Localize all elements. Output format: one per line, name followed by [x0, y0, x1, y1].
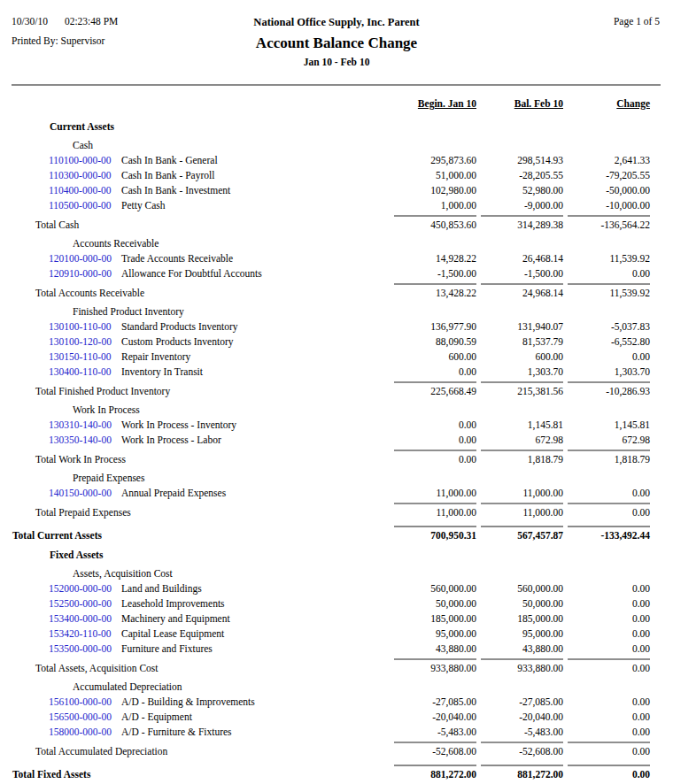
section-title-label: Fixed Assets [12, 548, 390, 563]
account-row: 156100-000-00A/D - Building & Improvemen… [12, 695, 650, 710]
group-total-label: Total Assets, Acquisition Cost [12, 661, 390, 676]
account-link[interactable]: 158000-000-00 [49, 725, 121, 740]
amount-cell: 0.00 [563, 642, 650, 657]
account-link[interactable]: 153420-110-00 [49, 626, 121, 642]
group-title: Assets, Acquisition Cost [12, 566, 650, 581]
amount-cell: 11,000.00 [481, 503, 563, 520]
account-label: 130100-120-00Custom Products Inventory [12, 334, 390, 350]
group-title-label: Prepaid Expenses [35, 471, 390, 486]
amount-cell: 0.00 [563, 486, 650, 501]
account-row: 156500-000-00A/D - Equipment-20,040.00-2… [12, 710, 650, 725]
amount-cell: 11,539.92 [563, 251, 650, 266]
amount-cell: 102,980.00 [390, 183, 476, 198]
amount-cell: 0.00 [563, 611, 650, 626]
account-description: A/D - Building & Improvements [121, 696, 255, 707]
group-title-label: Cash [35, 138, 390, 153]
group-title: Work In Process [12, 403, 650, 418]
account-row: 120100-000-00Trade Accounts Receivable14… [12, 251, 650, 266]
group-total-label: Total Accounts Receivable [12, 286, 390, 301]
amount-cell: 185,000.00 [390, 611, 476, 626]
amount-cell: 1,000.00 [390, 198, 476, 213]
amount-cell: 11,539.92 [568, 283, 650, 301]
account-link[interactable]: 130310-140-00 [49, 418, 121, 433]
amount-cell: 600.00 [476, 350, 563, 365]
account-link[interactable]: 156100-000-00 [49, 695, 121, 710]
amount-cell: 24,968.14 [481, 283, 563, 301]
amount-cell: 0.00 [563, 695, 650, 710]
account-description: Standard Products Inventory [121, 321, 238, 332]
account-link[interactable]: 110100-000-00 [49, 153, 121, 168]
amount-cell: -9,000.00 [476, 198, 563, 213]
amount-cell: 11,000.00 [476, 486, 563, 501]
amount-cell: 0.00 [568, 742, 650, 759]
amount-cell: -1,500.00 [390, 266, 476, 281]
amount-cell: -5,483.00 [390, 725, 476, 740]
column-header-begin: Begin. Jan 10 [390, 96, 476, 111]
amount-cell: 314,289.38 [481, 215, 563, 233]
account-label: 110400-000-00Cash In Bank - Investment [12, 183, 390, 198]
account-link[interactable]: 153400-000-00 [49, 611, 121, 626]
account-link[interactable]: 110500-000-00 [49, 198, 121, 213]
account-row: 110400-000-00Cash In Bank - Investment10… [12, 183, 650, 198]
account-link[interactable]: 130150-110-00 [49, 350, 121, 365]
amount-cell: 560,000.00 [390, 581, 476, 596]
account-row: 152500-000-00Leasehold Improvements50,00… [12, 596, 650, 611]
amount-cell: 0.00 [563, 581, 650, 596]
amount-cell: -52,608.00 [481, 742, 563, 759]
account-link[interactable]: 152500-000-00 [49, 596, 121, 611]
amount-cell: -5,037.83 [563, 319, 650, 334]
amount-cell: 13,428.22 [394, 283, 476, 301]
account-link[interactable]: 130100-120-00 [49, 334, 121, 350]
account-row: 110500-000-00Petty Cash1,000.00-9,000.00… [12, 198, 650, 213]
column-header-change: Change [563, 96, 650, 111]
account-row: 130400-110-00Inventory In Transit0.001,3… [12, 365, 650, 380]
account-row: 130350-140-00Work In Process - Labor0.00… [12, 433, 650, 448]
group-total-row: Total Work In Process0.001,818.791,818.7… [12, 450, 650, 467]
amount-cell: 95,000.00 [476, 626, 563, 642]
account-row: 110100-000-00Cash In Bank - General295,8… [12, 153, 650, 168]
account-link[interactable]: 110300-000-00 [49, 168, 121, 183]
group-total-row: Total Accounts Receivable13,428.2224,968… [12, 283, 650, 301]
account-link[interactable]: 110400-000-00 [49, 183, 121, 198]
account-link[interactable]: 120910-000-00 [49, 266, 121, 281]
account-label: 110300-000-00Cash In Bank - Payroll [12, 168, 390, 183]
account-row: 152000-000-00Land and Buildings560,000.0… [12, 581, 650, 596]
amount-cell: 131,940.07 [476, 319, 563, 334]
amount-cell: -50,000.00 [563, 183, 650, 198]
amount-cell: 700,950.31 [394, 526, 476, 543]
amount-cell: 43,880.00 [390, 642, 476, 657]
amount-cell: 52,980.00 [476, 183, 563, 198]
amount-cell: 933,880.00 [481, 658, 563, 676]
account-description: Allowance For Doubtful Accounts [121, 268, 262, 279]
group-total-row: Total Cash450,853.60314,289.38-136,564.2… [12, 215, 650, 233]
amount-cell: 298,514.93 [476, 153, 563, 168]
account-link[interactable]: 130350-140-00 [49, 433, 121, 448]
account-description: Machinery and Equipment [121, 613, 230, 624]
account-link[interactable]: 130400-110-00 [49, 365, 121, 380]
amount-cell: -133,492.44 [568, 526, 650, 543]
group-total-row: Total Assets, Acquisition Cost933,880.00… [12, 658, 650, 676]
account-link[interactable]: 156500-000-00 [49, 710, 121, 725]
section-title: Fixed Assets [12, 548, 650, 563]
amount-cell: 0.00 [568, 658, 650, 676]
amount-cell: 81,537.79 [476, 334, 563, 350]
amount-cell: 51,000.00 [390, 168, 476, 183]
amount-cell: -52,608.00 [394, 742, 476, 759]
section-title: Current Assets [12, 119, 650, 135]
amount-cell: 295,873.60 [390, 153, 476, 168]
account-link[interactable]: 153500-000-00 [49, 642, 121, 657]
group-title-label: Accumulated Depreciation [35, 680, 390, 695]
amount-cell: 0.00 [390, 418, 476, 433]
section-total-row: Total Current Assets700,950.31567,457.87… [12, 526, 650, 543]
amount-cell: 0.00 [390, 433, 476, 448]
account-label: 153400-000-00Machinery and Equipment [12, 611, 390, 626]
account-link[interactable]: 152000-000-00 [49, 581, 121, 596]
account-link[interactable]: 140150-000-00 [49, 486, 121, 501]
account-row: 130310-140-00Work In Process - Inventory… [12, 418, 650, 433]
account-link[interactable]: 120100-000-00 [49, 251, 121, 266]
amount-cell: 1,818.79 [481, 450, 563, 467]
page-number: Page 1 of 5 [614, 16, 660, 27]
amount-cell: 0.00 [568, 503, 650, 520]
account-link[interactable]: 130100-110-00 [49, 319, 121, 334]
group-title-label: Work In Process [35, 403, 390, 418]
